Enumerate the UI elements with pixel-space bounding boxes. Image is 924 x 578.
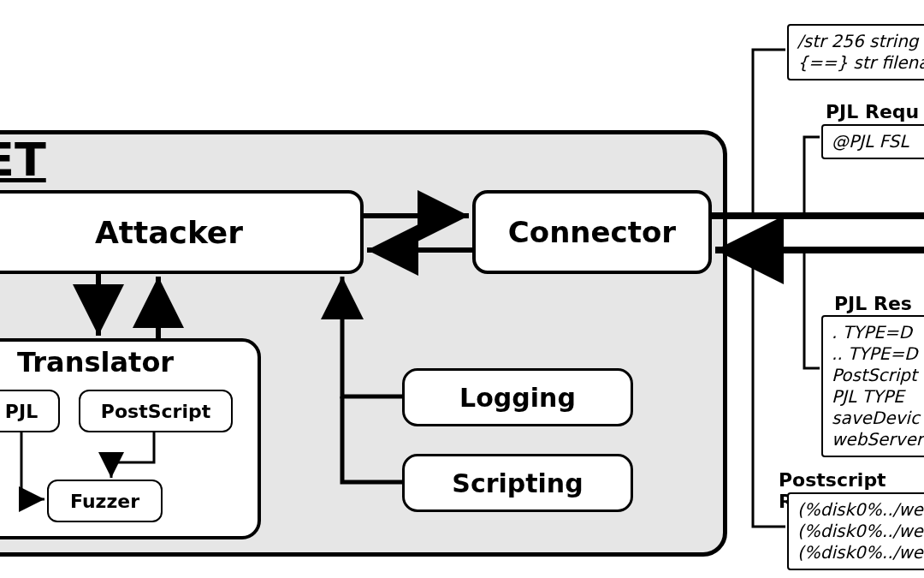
- scripting-node: Scripting: [402, 454, 633, 512]
- translator-title: Translator: [17, 346, 174, 378]
- pjl-response-label: PJL Res: [834, 293, 912, 314]
- logging-node: Logging: [402, 368, 633, 426]
- pjl-request-label: PJL Requ: [826, 101, 919, 122]
- attacker-node: Attacker: [0, 190, 364, 274]
- ps-response-box: (%disk0%../we (%disk0%../we (%disk0%../w…: [787, 492, 924, 570]
- pjl-request-box: @PJL FSL: [821, 124, 924, 159]
- fuzzer-node: Fuzzer: [47, 480, 163, 522]
- pjl-response-box: . TYPE=D .. TYPE=D PostScript PJL TYPE s…: [821, 315, 924, 457]
- connector-node: Connector: [472, 190, 712, 274]
- postscript-node: PostScript: [79, 390, 233, 432]
- diagram-canvas: ET Attacker Connector Logging Scripting …: [0, 0, 924, 578]
- ps-request-box: /str 256 string {==} str filenan: [787, 24, 924, 80]
- panel-title: ET: [0, 133, 46, 187]
- pjl-node: PJL: [0, 390, 60, 432]
